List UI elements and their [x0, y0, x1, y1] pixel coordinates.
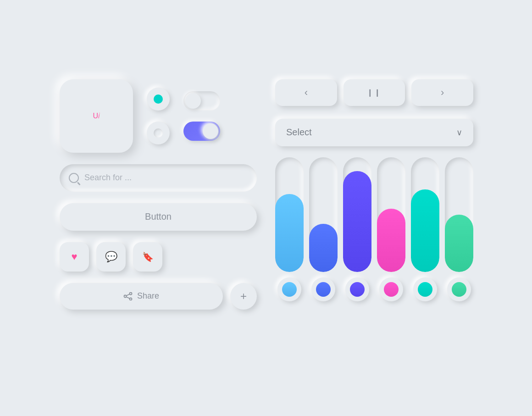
dot-inner-indigo [350, 282, 365, 297]
next-icon: › [441, 87, 444, 99]
prev-button[interactable]: ‹ [275, 79, 337, 106]
svg-line-3 [126, 294, 129, 296]
left-column: Ui [60, 79, 257, 310]
bar-fill-indigo [343, 171, 371, 272]
bar-track-teal [411, 157, 439, 272]
bar-dot-lightblue [277, 277, 301, 301]
bar-col-lightblue [275, 157, 304, 301]
search-icon-handle [77, 182, 80, 185]
bar-dot-blue [311, 277, 335, 301]
plus-icon: + [240, 290, 247, 303]
heart-button[interactable]: ♥ [60, 242, 89, 272]
search-placeholder: Search for ... [84, 173, 132, 183]
bar-col-green [445, 157, 473, 301]
main-button[interactable]: Button [60, 203, 257, 231]
canvas: Ui [0, 0, 532, 416]
pause-button[interactable]: ❙❙ [344, 79, 405, 106]
dot-inner-pink [384, 282, 399, 297]
radio-inactive[interactable] [147, 122, 170, 144]
select-label: Select [286, 127, 312, 138]
search-icon [69, 173, 79, 183]
main-container: Ui [60, 79, 472, 337]
chat-button[interactable]: 💬 [96, 242, 126, 272]
bar-dot-teal [413, 277, 437, 301]
controls-row: ‹ ❙❙ › [275, 79, 473, 106]
toggle-thumb-off [185, 93, 201, 109]
chevron-down-icon: ∨ [456, 128, 462, 138]
svg-point-2 [124, 295, 126, 297]
logo-u: U [93, 112, 98, 120]
search-bar[interactable]: Search for ... [60, 164, 257, 192]
bar-col-indigo [343, 157, 371, 301]
prev-icon: ‹ [305, 87, 308, 99]
bar-track-lightblue [275, 157, 304, 272]
logo-i: i [98, 112, 100, 120]
bar-col-blue [309, 157, 338, 301]
dot-inner-blue [316, 282, 331, 297]
top-row: Ui [60, 79, 257, 153]
bar-dot-pink [379, 277, 403, 301]
pause-icon: ❙❙ [367, 88, 382, 97]
select-dropdown[interactable]: Select ∨ [275, 119, 473, 146]
bookmark-icon: 🔖 [142, 251, 154, 262]
bar-dot-green [447, 277, 471, 301]
chat-icon: 💬 [105, 251, 117, 263]
bar-track-pink [377, 157, 405, 272]
svg-point-0 [129, 292, 132, 294]
bar-track-blue [309, 157, 338, 272]
bar-chart [275, 159, 473, 306]
plus-button[interactable]: + [230, 283, 257, 310]
svg-point-1 [129, 298, 132, 300]
next-button[interactable]: › [411, 79, 473, 106]
bar-fill-pink [377, 209, 405, 272]
radio-inactive-dot [154, 128, 163, 138]
bar-track-green [445, 157, 473, 272]
action-row: Share + [60, 283, 257, 310]
bar-col-teal [411, 157, 439, 301]
svg-line-4 [126, 297, 129, 299]
share-label: Share [137, 291, 159, 301]
bar-fill-green [445, 215, 473, 272]
logo-card: Ui [60, 79, 133, 153]
bar-track-indigo [343, 157, 371, 272]
bar-dot-indigo [345, 277, 369, 301]
main-button-label: Button [145, 211, 172, 222]
logo-text: Ui [93, 112, 100, 120]
right-column: ‹ ❙❙ › Select ∨ [275, 79, 473, 310]
dot-inner-teal [418, 282, 432, 297]
bar-fill-teal [411, 189, 439, 272]
toggle-off[interactable] [183, 91, 220, 111]
radio-active-dot [154, 94, 163, 104]
toggle-group [183, 91, 220, 141]
toggle-on[interactable] [183, 122, 220, 141]
share-button[interactable]: Share [60, 283, 223, 310]
radio-active[interactable] [147, 88, 170, 111]
bar-col-pink [377, 157, 405, 301]
bar-fill-blue [309, 224, 338, 272]
bar-fill-lightblue [275, 194, 304, 272]
bookmark-button[interactable]: 🔖 [133, 242, 162, 272]
toggle-thumb-on [203, 123, 218, 139]
heart-icon: ♥ [71, 251, 77, 263]
dot-inner-green [452, 282, 466, 297]
dot-inner-lightblue [282, 282, 297, 297]
icon-buttons-row: ♥ 💬 🔖 [60, 242, 257, 272]
share-icon [123, 292, 133, 300]
radio-group [147, 88, 170, 144]
